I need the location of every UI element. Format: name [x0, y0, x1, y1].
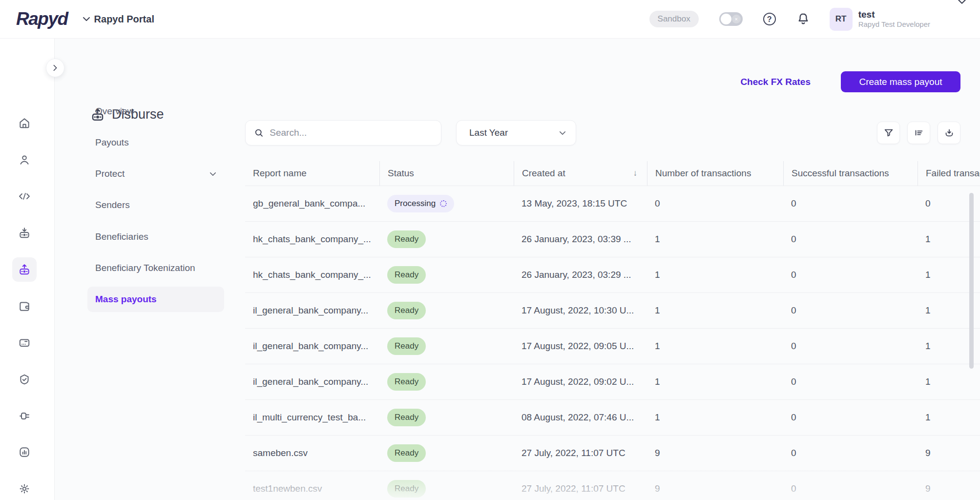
sidebar-item-label: Payouts: [95, 137, 129, 148]
rail-item-developers[interactable]: [12, 184, 37, 208]
report-name-cell: il_multi_currency_test_ba...: [245, 400, 379, 435]
rail-item-verify[interactable]: [12, 367, 37, 392]
sort-button[interactable]: [907, 122, 930, 144]
portal-switcher[interactable]: Rapyd Portal: [83, 14, 154, 25]
sidebar-item-label: Beneficiaries: [95, 231, 148, 242]
filter-icon: [883, 127, 894, 138]
report-name-cell: il_general_bank_company...: [245, 364, 379, 399]
table-row[interactable]: test1newben.csv Ready 27 July, 2022, 11:…: [245, 471, 980, 500]
sidebar-item-label: Beneficiary Tokenization: [95, 263, 195, 273]
rail-item-integrations[interactable]: [12, 404, 37, 428]
created-at-cell: 26 January, 2023, 03:29 ...: [514, 257, 647, 292]
column-header-created-at[interactable]: Created at↓: [514, 161, 647, 186]
sidebar-expand-button[interactable]: [46, 59, 64, 77]
rail-item-clients[interactable]: [12, 147, 37, 172]
shield-check-icon: [18, 373, 31, 386]
table-row[interactable]: il_multi_currency_test_ba... Ready 08 Au…: [245, 399, 980, 435]
sidebar-item-payouts[interactable]: Payouts: [87, 130, 224, 155]
table-scrollbar[interactable]: [969, 193, 974, 369]
report-name-cell: hk_chats_bank_company_...: [245, 257, 379, 292]
date-range-select[interactable]: Last Year: [456, 120, 576, 146]
created-at-cell: 27 July, 2022, 11:07 UTC: [514, 436, 647, 471]
status-cell: Processing: [379, 186, 514, 221]
status-badge: Ready: [387, 266, 426, 284]
column-header-number-of-transactions[interactable]: Number of transactions: [647, 161, 783, 186]
table-row[interactable]: gb_general_bank_compa... Processing 13 M…: [245, 186, 980, 221]
created-at-cell: 17 August, 2022, 09:05 U...: [514, 329, 647, 364]
column-header-successful-transactions[interactable]: Successful transactions: [783, 161, 917, 186]
download-button[interactable]: [938, 122, 960, 144]
chevron-down-icon: [958, 0, 966, 4]
sort-descending-icon[interactable]: ↓: [633, 168, 638, 178]
successful-cell: 0: [783, 222, 917, 257]
rail-item-issuing[interactable]: [12, 331, 37, 355]
card-icon: [18, 336, 31, 349]
column-header-status[interactable]: Status: [379, 161, 514, 186]
chevron-down-icon: [209, 172, 216, 176]
environment-toggle[interactable]: ×: [719, 12, 743, 26]
successful-cell: 0: [783, 329, 917, 364]
search-icon: [254, 128, 263, 138]
toggle-knob: [721, 14, 731, 24]
report-name-cell: il_general_bank_company...: [245, 293, 379, 328]
user-menu-button[interactable]: [958, 0, 966, 4]
sidebar-item-mass-payouts[interactable]: Mass payouts: [87, 287, 224, 312]
rail-item-home[interactable]: [12, 111, 37, 135]
notifications-button[interactable]: [796, 12, 810, 26]
spinner-icon: [440, 200, 447, 207]
rail-item-wallet[interactable]: [12, 294, 37, 318]
status-cell: Ready: [379, 364, 514, 399]
user-name: test: [858, 9, 930, 20]
filter-button[interactable]: [877, 122, 900, 144]
column-header-failed-transactions[interactable]: Failed transactions: [917, 161, 980, 186]
status-cell: Ready: [379, 329, 514, 364]
sidebar-item-label: Senders: [95, 200, 130, 210]
table-row[interactable]: hk_chats_bank_company_... Ready 26 Janua…: [245, 257, 980, 292]
table-row[interactable]: il_general_bank_company... Ready 17 Augu…: [245, 328, 980, 364]
check-fx-rates-link[interactable]: Check FX Rates: [740, 77, 811, 87]
user-role: Rapyd Test Developer: [858, 20, 930, 29]
avatar[interactable]: RT: [830, 8, 853, 31]
sidebar-item-label: Overview: [95, 106, 134, 117]
table-row[interactable]: sameben.csv Ready 27 July, 2022, 11:07 U…: [245, 435, 980, 471]
sidebar-item-overview[interactable]: Overview: [87, 99, 224, 124]
rapyd-logo: Rapyd: [16, 9, 68, 29]
wallet-icon: [18, 300, 31, 312]
rail-item-disburse[interactable]: [12, 257, 37, 282]
search-input[interactable]: [270, 127, 432, 138]
table-row[interactable]: il_general_bank_company... Ready 17 Augu…: [245, 292, 980, 328]
toggle-x-icon: ×: [732, 15, 741, 23]
status-badge: Ready: [387, 409, 426, 426]
rail-item-analytics[interactable]: [12, 440, 37, 464]
created-at-cell: 26 January, 2023, 03:39 ...: [514, 222, 647, 257]
transactions-cell: 0: [647, 186, 783, 221]
table-row[interactable]: il_general_bank_company... Ready 17 Augu…: [245, 364, 980, 399]
home-icon: [18, 117, 31, 129]
rail-item-collect[interactable]: [12, 221, 37, 245]
chevron-down-icon: [559, 131, 566, 135]
help-button[interactable]: ?: [763, 13, 776, 25]
sidebar-item-senders[interactable]: Senders: [87, 192, 224, 218]
successful-cell: 0: [783, 186, 917, 221]
report-name-cell: gb_general_bank_compa...: [245, 186, 379, 221]
main-content: Check FX Rates Create mass payout Last Y…: [234, 39, 980, 500]
status-cell: Ready: [379, 436, 514, 471]
sidebar-item-beneficiary-tokenization[interactable]: Beneficiary Tokenization: [87, 255, 224, 281]
sidebar-item-beneficiaries[interactable]: Beneficiaries: [87, 224, 224, 250]
sandbox-badge: Sandbox: [649, 11, 699, 27]
failed-cell: 9: [917, 471, 980, 500]
created-at-cell: 27 July, 2022, 11:07 UTC: [514, 471, 647, 500]
chevron-right-icon: [52, 64, 59, 71]
create-mass-payout-button[interactable]: Create mass payout: [841, 71, 960, 92]
status-badge: Processing: [387, 195, 454, 212]
collect-icon: [18, 227, 31, 239]
table-row[interactable]: hk_chats_bank_company_... Ready 26 Janua…: [245, 221, 980, 257]
rail-item-settings[interactable]: [12, 477, 37, 500]
column-header-report-name[interactable]: Report name: [245, 161, 379, 186]
sidebar-item-protect[interactable]: Protect: [87, 161, 224, 187]
successful-cell: 0: [783, 293, 917, 328]
search-box: [245, 120, 441, 146]
status-cell: Ready: [379, 471, 514, 500]
status-cell: Ready: [379, 222, 514, 257]
transactions-cell: 1: [647, 364, 783, 399]
